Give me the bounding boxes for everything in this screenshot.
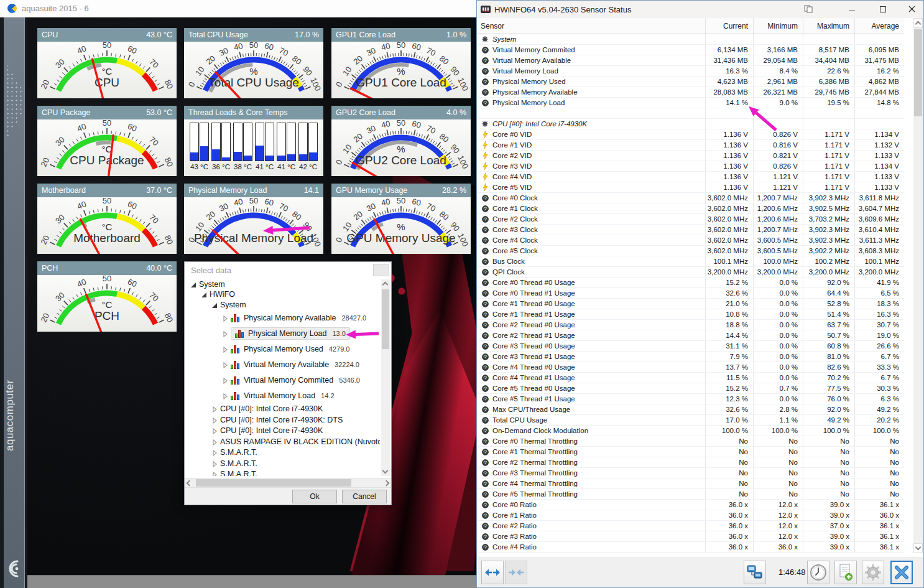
gauge-motherboard[interactable]: Motherboard37.0 °C20304050607080°CMother…: [37, 184, 177, 254]
sensor-section-row[interactable]: System: [478, 34, 904, 45]
sensor-row[interactable]: Core #1 Thermal ThrottlingNoNoNoNo: [478, 447, 904, 457]
expanded-icon[interactable]: [190, 281, 196, 287]
sensor-row[interactable]: Core #3 Thermal ThrottlingNoNoNoNo: [478, 468, 904, 478]
sensor-row[interactable]: Core #2 VID1.136 V0.821 V1.171 V1.133 V: [478, 151, 904, 161]
collapsed-icon[interactable]: [222, 330, 228, 337]
aquasuite-bottom-scrollbar[interactable]: [27, 575, 476, 588]
ok-button[interactable]: Ok: [292, 490, 337, 503]
collapsed-icon[interactable]: [222, 393, 228, 399]
sensor-row[interactable]: Core #4 Thread #0 Usage13.7 %0.0 %82.6 %…: [478, 362, 904, 373]
sensor-table-header[interactable]: Sensor Current Minimum Maximum Average: [478, 18, 904, 34]
sensor-row[interactable]: Virtual Memory Available31,436 MB29,054 …: [478, 55, 904, 66]
settings-button[interactable]: [862, 561, 884, 584]
sensor-row[interactable]: Physical Memory Load14.1 %9.0 %19.5 %14.…: [478, 98, 904, 108]
collapsed-icon[interactable]: [222, 346, 228, 352]
sensor-row[interactable]: Core #1 Ratio36.0 x12.0 x39.0 x36.0 x: [478, 510, 904, 521]
scroll-up-button[interactable]: [913, 18, 923, 28]
sensor-row[interactable]: Core #4 Thermal ThrottlingNoNoNoNo: [478, 478, 904, 489]
sensor-row[interactable]: Core #1 Clock3,602.0 MHz1,200.6 MHz3,902…: [478, 203, 904, 214]
column-maximum[interactable]: Maximum: [803, 18, 854, 34]
gauge-gpu-memory-usage[interactable]: GPU Memory Usage28.2 %010203040506070809…: [331, 184, 471, 254]
sensor-row[interactable]: Core #2 Thread #0 Usage18.8 %0.0 %63.7 %…: [478, 320, 904, 330]
tree-item-cpu-0-intel-core-i7-4930k-dts[interactable]: CPU [#0]: Intel Core i7-4930K: DTS: [187, 414, 380, 426]
tree-item-system[interactable]: System: [187, 279, 380, 289]
clipboard-icon[interactable]: [798, 1, 819, 17]
sensor-row[interactable]: Core #2 Thermal ThrottlingNoNoNoNo: [478, 457, 904, 468]
hwinfo-titlebar[interactable]: HWiNFO64 v5.04-2630 Sensor Status: [477, 1, 923, 18]
gauge-gpu2-core-load[interactable]: GPU2 Core Load4.0 %010203040506070809010…: [331, 106, 471, 176]
tree-item-cpu-0-intel-core-i7-4930k[interactable]: CPU [#0]: Intel Core i7-4930K: [187, 426, 380, 437]
column-sensor[interactable]: Sensor: [478, 18, 705, 34]
sensor-row[interactable]: Core #5 Thermal ThrottlingNoNoNoNo: [478, 489, 904, 500]
sensor-row[interactable]: Core #0 Ratio36.0 x12.0 x39.0 x36.1 x: [478, 500, 904, 510]
close-sensors-button[interactable]: [890, 561, 913, 584]
dialog-vertical-scrollbar[interactable]: [381, 279, 390, 476]
sensor-row[interactable]: Core #2 Clock3,602.0 MHz1,200.6 MHz3,703…: [478, 214, 904, 225]
dialog-vscroll-thumb[interactable]: [382, 289, 389, 349]
tree-item-asus-rampage-iv-black-edition-nuvoton-nc[interactable]: ASUS RAMPAGE IV BLACK EDITION (Nuvoton N…: [187, 436, 380, 447]
collapsed-icon[interactable]: [211, 406, 218, 412]
collapsed-icon[interactable]: [211, 449, 218, 455]
collapsed-icon[interactable]: [222, 377, 228, 383]
sensor-row[interactable]: Core #1 Thread #1 Usage10.8 %0.0 %51.4 %…: [478, 309, 904, 320]
tree-item-system[interactable]: System: [187, 299, 380, 310]
scroll-up-icon[interactable]: [382, 282, 389, 288]
sensor-row[interactable]: Core #4 Thread #1 Usage11.5 %0.0 %70.2 %…: [478, 373, 904, 383]
sensor-row[interactable]: Core #5 Clock3,602.0 MHz3,600.5 MHz3,902…: [478, 246, 904, 256]
collapsed-icon[interactable]: [211, 439, 218, 445]
sensor-row[interactable]: Core #3 Ratio36.0 x12.0 x39.0 x36.1 x: [478, 531, 904, 542]
sensor-row[interactable]: Core #3 Thread #1 Usage7.9 %0.0 %81.0 %6…: [478, 352, 904, 362]
maximize-button[interactable]: [872, 1, 894, 17]
sensor-row[interactable]: Core #3 Clock3,602.0 MHz1,200.7 MHz3,902…: [478, 225, 904, 235]
sensor-row[interactable]: Core #5 Thread #1 Usage12.3 %0.0 %76.0 %…: [478, 394, 904, 404]
collapsed-icon[interactable]: [211, 417, 218, 423]
collapsed-icon[interactable]: [211, 427, 218, 434]
collapse-sensors-button[interactable]: [505, 561, 527, 584]
sensor-row[interactable]: Core #5 VID1.136 V1.121 V1.171 V1.133 V: [478, 182, 904, 193]
gauge-gpu1-core-load[interactable]: GPU1 Core Load1.0 %010203040506070809010…: [331, 28, 471, 98]
tree-item-physical-memory-used[interactable]: Physical Memory Used4279.0: [187, 342, 380, 357]
collapsed-icon[interactable]: [211, 471, 218, 476]
sensor-row[interactable]: Virtual Memory Commited6,134 MB3,166 MB8…: [478, 45, 904, 55]
hwinfo-vscroll-thumb[interactable]: [914, 29, 922, 116]
aquasuite-sidebar[interactable]: aquacomputer: [0, 17, 27, 588]
column-average[interactable]: Average: [854, 18, 904, 34]
sensor-row[interactable]: Core #4 Ratio36.0 x36.0 x39.0 x36.1 x: [478, 542, 904, 553]
minimize-button[interactable]: [841, 1, 862, 17]
sensor-row[interactable]: Core #3 VID1.136 V0.826 V1.171 V1.134 V: [478, 161, 904, 172]
dialog-hscroll-thumb[interactable]: [196, 479, 351, 487]
tree-item-virtual-memory-commited[interactable]: Virtual Memory Commited5346.0: [187, 373, 380, 388]
sensor-row[interactable]: Core #2 Thread #1 Usage14.4 %0.0 %50.7 %…: [478, 330, 904, 341]
sensor-row[interactable]: Virtual Memory Load16.3 %8.4 %22.6 %16.2…: [478, 66, 904, 77]
sensor-row[interactable]: Core #3 Thread #0 Usage31.1 %0.0 %60.8 %…: [478, 341, 904, 352]
sensor-row[interactable]: Core #0 Thread #1 Usage32.6 %0.0 %64.4 %…: [478, 288, 904, 299]
close-button[interactable]: [901, 1, 922, 17]
sensor-row[interactable]: QPI Clock3,200.0 MHz3,200.0 MHz3,200.0 M…: [478, 267, 904, 278]
tree-item-physical-memory-load[interactable]: Physical Memory Load13.0: [187, 326, 380, 342]
sensor-row[interactable]: Core #0 VID1.136 V0.826 V1.171 V1.134 V: [478, 129, 904, 140]
sensor-row[interactable]: Max CPU/Thread Usage32.6 %2.8 %92.0 %49.…: [478, 404, 904, 415]
hwinfo-vertical-scrollbar[interactable]: [913, 18, 923, 553]
scroll-down-icon[interactable]: [382, 468, 389, 474]
dialog-topright-button[interactable]: [373, 264, 389, 276]
sensor-row[interactable]: Physical Memory Used4,623 MB2,961 MB6,38…: [478, 77, 904, 87]
gauge-cpu-package[interactable]: CPU Package53.0 °C20304050607080°CCPU Pa…: [37, 106, 177, 176]
sensor-row[interactable]: Core #0 Thread #0 Usage15.2 %0.0 %92.0 %…: [478, 278, 904, 288]
sensor-row[interactable]: Physical Memory Available28,083 MB26,321…: [478, 87, 904, 98]
tree-item-physical-memory-available[interactable]: Physical Memory Available28427.0: [187, 310, 380, 326]
gauge-cpu[interactable]: CPU43.0 °C20304050607080°CCPU: [37, 28, 177, 98]
report-button[interactable]: [834, 561, 857, 584]
tree-item-cpu-0-intel-core-i7-4930k[interactable]: CPU [#0]: Intel Core i7-4930K: [187, 404, 380, 415]
sensor-row[interactable]: Core #1 VID1.136 V0.816 V1.171 V1.132 V: [478, 140, 904, 151]
cancel-button[interactable]: Cancel: [342, 490, 387, 503]
expanded-icon[interactable]: [201, 291, 207, 297]
gauge-physical-memory-load[interactable]: Physical Memory Load14.10102030405060708…: [184, 184, 323, 254]
sensor-row[interactable]: Core #4 Clock3,602.0 MHz3,600.5 MHz3,902…: [478, 235, 904, 246]
sensor-section-row[interactable]: CPU [#0]: Intel Core i7-4930K: [478, 119, 904, 129]
collapsed-icon[interactable]: [222, 315, 228, 321]
sensor-row[interactable]: On-Demand Clock Modulation100.0 %100.0 %…: [478, 426, 904, 436]
tree-item-s-m-a-r-t[interactable]: S.M.A.R.T.: [187, 447, 380, 459]
scroll-left-icon[interactable]: [187, 480, 193, 487]
column-minimum[interactable]: Minimum: [753, 18, 803, 34]
sensor-row[interactable]: Core #4 VID1.136 V1.121 V1.171 V1.133 V: [478, 172, 904, 182]
